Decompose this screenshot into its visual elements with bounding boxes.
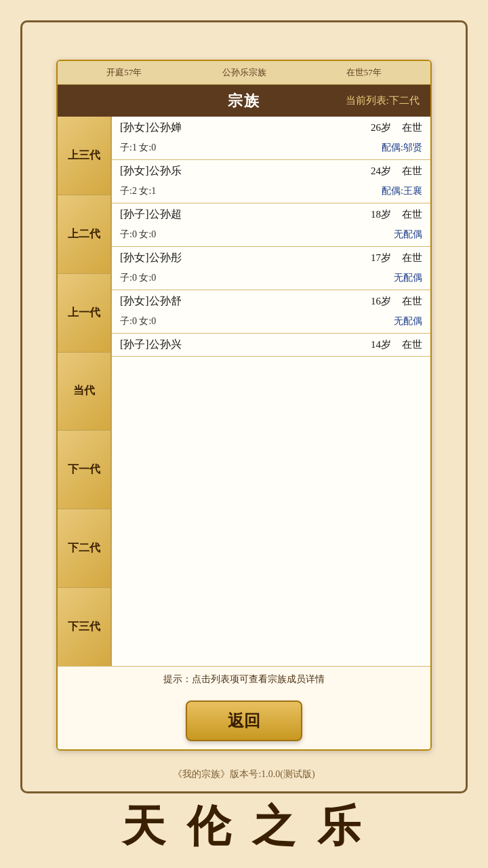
header-bar: 宗族 当前列表:下二代 [58,85,430,117]
list-item[interactable]: [孙女]公孙婵 26岁 在世 子:1 女:0 配偶:邬贤 [112,117,430,160]
member-age-1: 24岁 [371,165,391,178]
gen-tab-upper1[interactable]: 上一代 [58,274,110,353]
member-name-2: [孙子]公孙超 [120,208,360,222]
member-age-3: 17岁 [371,252,391,264]
bottom-title: 天 伦 之 乐 [0,797,488,856]
member-age-4: 16岁 [371,295,391,308]
member-name-0: [孙女]公孙婵 [120,121,360,135]
member-children-3: 子:0 女:0 [120,272,394,284]
member-age-0: 26岁 [371,121,391,134]
list-item[interactable]: [孙女]公孙彤 17岁 在世 子:0 女:0 无配偶 [112,247,430,290]
hint-item-2: 在世57年 [304,66,424,79]
member-status-5: 在世 [402,338,422,351]
member-status-1: 在世 [402,165,422,178]
top-hint-row: 开庭57年 公孙乐宗族 在世57年 [58,61,430,85]
return-button[interactable]: 返回 [186,701,302,741]
member-status-4: 在世 [402,295,422,308]
member-spouse-0: 配偶:邬贤 [382,142,422,154]
member-children-2: 子:0 女:0 [120,229,394,241]
header-title: 宗族 [228,91,260,111]
member-name-3: [孙女]公孙彤 [120,251,360,265]
generation-sidebar: 上三代 上二代 上一代 当代 下一代 下二代 下三代 [58,117,112,666]
main-content: 上三代 上二代 上一代 当代 下一代 下二代 下三代 [孙女]公孙婵 26岁 [58,117,430,666]
list-item[interactable]: [孙子]公孙超 18岁 在世 子:0 女:0 无配偶 [112,203,430,247]
member-status-0: 在世 [402,121,422,134]
hint-item-1: 公孙乐宗族 [184,66,304,79]
gen-tab-lower3[interactable]: 下三代 [58,588,110,666]
member-name-1: [孙女]公孙乐 [120,164,360,178]
member-spouse-2: 无配偶 [394,229,422,241]
outer-frame: 开庭57年 公孙乐宗族 在世57年 宗族 当前列表:下二代 上三代 上二代 上一… [20,20,468,793]
version-footer: 《我的宗族》版本号:1.0.0(测试版) [22,768,466,781]
member-age-5: 14岁 [371,338,391,351]
gen-tab-current[interactable]: 当代 [58,353,110,431]
member-spouse-1: 配偶:王襄 [382,185,422,197]
member-name-5: [孙子]公孙兴 [120,338,360,352]
member-list[interactable]: [孙女]公孙婵 26岁 在世 子:1 女:0 配偶:邬贤 [孙女]公孙乐 [112,117,430,666]
gen-tab-upper2[interactable]: 上二代 [58,195,110,274]
list-item[interactable]: [孙子]公孙兴 14岁 在世 [112,334,430,357]
inner-card: 开庭57年 公孙乐宗族 在世57年 宗族 当前列表:下二代 上三代 上二代 上一… [56,60,432,751]
gen-tab-lower1[interactable]: 下一代 [58,431,110,509]
gen-tab-upper3[interactable]: 上三代 [58,117,110,195]
list-item[interactable]: [孙女]公孙舒 16岁 在世 子:0 女:0 无配偶 [112,290,430,334]
hint-item-0: 开庭57年 [64,66,184,79]
member-children-0: 子:1 女:0 [120,142,382,154]
bottom-area: 返回 [58,692,430,749]
member-children-4: 子:0 女:0 [120,315,394,328]
member-spouse-4: 无配偶 [394,315,422,328]
header-subtitle: 当前列表:下二代 [346,94,420,107]
member-age-2: 18岁 [371,208,391,221]
list-item[interactable]: [孙女]公孙乐 24岁 在世 子:2 女:1 配偶:王襄 [112,160,430,203]
member-status-2: 在世 [402,208,422,221]
gen-tab-lower2[interactable]: 下二代 [58,509,110,588]
member-children-1: 子:2 女:1 [120,185,382,197]
member-spouse-3: 无配偶 [394,272,422,284]
member-name-4: [孙女]公孙舒 [120,294,360,309]
member-status-3: 在世 [402,252,422,264]
hint-bar: 提示：点击列表项可查看宗族成员详情 [58,666,430,692]
